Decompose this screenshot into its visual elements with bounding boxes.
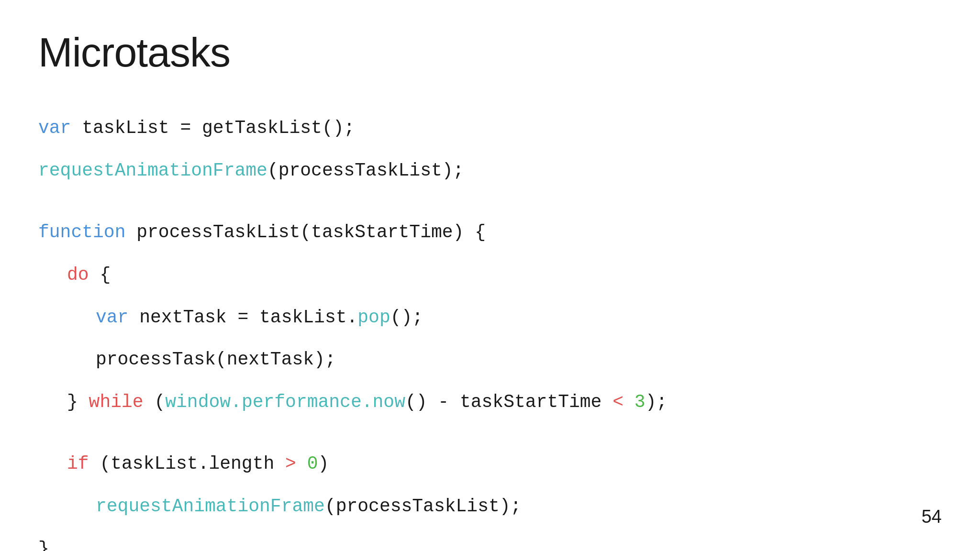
code-text-7c: () - taskStartTime: [405, 392, 612, 412]
code-text-7a: }: [67, 392, 89, 412]
code-line-2: requestAnimationFrame(processTaskList);: [38, 157, 942, 185]
code-line-10: }: [38, 535, 942, 551]
number-0: 0: [296, 453, 318, 474]
keyword-if: if: [67, 453, 89, 474]
code-line-7: } while (window.performance.now() - task…: [38, 388, 942, 417]
code-text-7d: );: [646, 392, 668, 412]
slide-container: Microtasks var taskList = getTaskList();…: [0, 0, 980, 551]
code-block: var taskList = getTaskList(); requestAni…: [38, 114, 942, 551]
slide-number: 54: [922, 507, 942, 527]
code-text-5a: nextTask = taskList.: [128, 307, 357, 328]
keyword-raf-1: requestAnimationFrame: [38, 160, 267, 181]
code-text-1: taskList = getTaskList();: [71, 118, 355, 138]
code-line-5: var nextTask = taskList.pop();: [38, 304, 942, 332]
code-text-6: processTask(nextTask);: [96, 349, 336, 370]
keyword-gt: >: [285, 453, 296, 474]
keyword-do: do: [67, 264, 89, 285]
keyword-var-2: var: [96, 307, 128, 328]
keyword-window-perf: window.performance.now: [165, 392, 405, 412]
keyword-raf-2: requestAnimationFrame: [96, 496, 325, 517]
code-text-2: (processTaskList);: [267, 160, 464, 181]
code-text-9: (processTaskList);: [325, 496, 521, 517]
code-text-10: }: [38, 539, 49, 551]
code-text-5b: ();: [390, 307, 423, 328]
code-text-4: {: [89, 264, 111, 285]
slide-title: Microtasks: [38, 29, 942, 76]
keyword-function: function: [38, 222, 125, 242]
code-text-8b: ): [318, 453, 329, 474]
code-line-9: requestAnimationFrame(processTaskList);: [38, 493, 942, 521]
code-text-3: processTaskList(taskStartTime) {: [125, 222, 486, 242]
code-line-1: var taskList = getTaskList();: [38, 114, 942, 143]
keyword-while: while: [89, 392, 144, 412]
keyword-var-1: var: [38, 118, 71, 138]
code-line-8: if (taskList.length > 0): [38, 450, 942, 478]
keyword-lt: <: [612, 392, 624, 412]
code-line-3: function processTaskList(taskStartTime) …: [38, 219, 942, 247]
keyword-pop: pop: [357, 307, 390, 328]
code-text-7b: (: [144, 392, 166, 412]
code-line-4: do {: [38, 261, 942, 289]
code-line-6: processTask(nextTask);: [38, 346, 942, 374]
number-3: 3: [624, 392, 646, 412]
code-text-8a: (taskList.length: [89, 453, 285, 474]
